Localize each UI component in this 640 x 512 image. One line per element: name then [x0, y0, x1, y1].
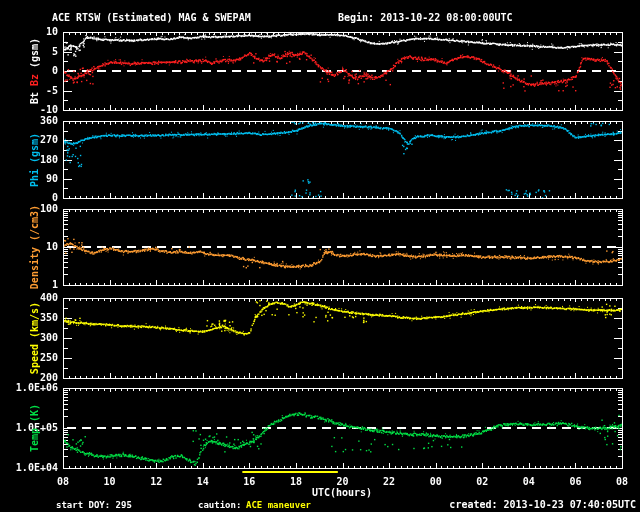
x-tick-label: 02 [476, 476, 488, 487]
start-doy-label: start DOY: 295 [56, 500, 132, 510]
x-tick-label: 18 [290, 476, 302, 487]
x-tick-label: 04 [523, 476, 535, 487]
x-tick-label: 06 [569, 476, 581, 487]
mag-ytick-label: 10 [4, 27, 58, 37]
begin-timestamp: Begin: 2013-10-22 08:00:00UTC [338, 12, 513, 23]
x-tick-label: 08 [616, 476, 628, 487]
temp-axis-label: Temp (K) [29, 404, 40, 452]
mag-axis-label-part: Bt [29, 92, 40, 104]
phi-ytick-label: 0 [4, 193, 58, 203]
x-tick-label: 12 [150, 476, 162, 487]
mag-axis-label: BtBz(gsm) [29, 38, 40, 104]
chart-canvas [0, 0, 640, 512]
x-tick-label: 10 [104, 476, 116, 487]
created-timestamp: created: 2013-10-23 07:40:05UTC [449, 499, 636, 510]
phi-ytick-label: 360 [4, 116, 58, 126]
mag-ytick-label: -10 [4, 105, 58, 115]
x-tick-label: 14 [197, 476, 209, 487]
caution-label: caution: [198, 500, 241, 510]
mag-axis-label-part: Bz [29, 74, 40, 86]
mag-axis-label-part: (gsm) [29, 38, 40, 68]
ace-rtsw-plot: ACE RTSW (Estimated) MAG & SWEPAM Begin:… [0, 0, 640, 512]
x-tick-label: 22 [383, 476, 395, 487]
phi-axis-label: Phi (gsm) [29, 132, 40, 186]
temp-ytick-label: 1.0E+04 [4, 463, 58, 473]
x-tick-label: 00 [430, 476, 442, 487]
x-tick-label: 08 [57, 476, 69, 487]
x-tick-label: 20 [336, 476, 348, 487]
density-axis-label-part: Density (/cm3) [29, 205, 40, 289]
speed-axis-label: Speed (km/s) [29, 302, 40, 374]
phi-axis-label-part: Phi (gsm) [29, 132, 40, 186]
temp-ytick-label: 1.0E+06 [4, 383, 58, 393]
temp-axis-label-part: Temp (K) [29, 404, 40, 452]
density-axis-label: Density (/cm3) [29, 205, 40, 289]
caution-value: ACE maneuver [246, 500, 311, 510]
x-tick-label: 16 [243, 476, 255, 487]
x-axis-title: UTC(hours) [312, 487, 372, 498]
page-title: ACE RTSW (Estimated) MAG & SWEPAM [52, 12, 251, 23]
speed-axis-label-part: Speed (km/s) [29, 302, 40, 374]
